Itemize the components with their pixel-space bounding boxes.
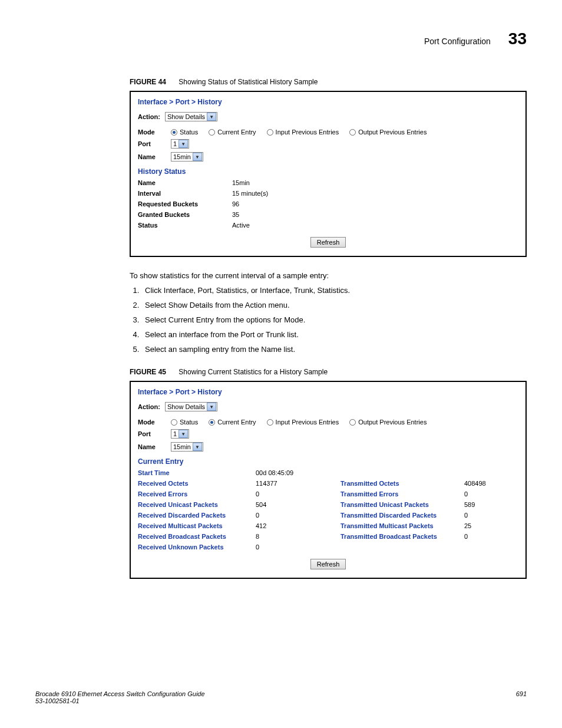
stat-left-key: Received Unicast Packets <box>138 501 256 508</box>
radio-icon <box>209 419 215 426</box>
stats-row: Received Discarded Packets 0 Transmitted… <box>138 512 518 519</box>
page: Port Configuration 33 FIGURE 44 Showing … <box>0 0 562 728</box>
step-4: Select an interface from the Port or Tru… <box>141 330 527 339</box>
name-dropdown-44[interactable]: 15min ▼ <box>171 152 203 162</box>
history-status-heading: History Status <box>138 167 518 176</box>
mode-current-entry-label-45: Current Entry <box>217 419 256 426</box>
mode-row-44: Mode Status Current Entry Input Previous… <box>138 129 518 136</box>
radio-icon <box>349 419 356 426</box>
stat-left-val: 0 <box>256 512 340 519</box>
kv-key: Name <box>138 179 232 186</box>
action-dropdown-44[interactable]: Show Details ▼ <box>165 112 217 121</box>
port-dropdown-44[interactable]: 1 ▼ <box>171 139 189 149</box>
stat-right-val: 25 <box>464 522 471 529</box>
kv-key: Interval <box>138 190 232 197</box>
kv-row: Status Active <box>138 222 518 229</box>
chevron-down-icon: ▼ <box>178 140 188 148</box>
kv-row: Name 15min <box>138 179 518 186</box>
figure-44-caption: Showing Status of Statistical History Sa… <box>178 78 318 86</box>
intro-text: To show statistics for the current inter… <box>130 271 527 280</box>
mode-output-prev-radio-45[interactable]: Output Previous Entries <box>349 419 427 426</box>
stat-right-key: Transmitted Multicast Packets <box>340 522 464 529</box>
steps-list: Click Interface, Port, Statistics, or In… <box>130 286 527 354</box>
mode-label-45: Mode <box>138 419 171 426</box>
mode-status-radio-45[interactable]: Status <box>171 419 198 426</box>
mode-radio-set-44: Status Current Entry Input Previous Entr… <box>171 129 427 136</box>
mode-status-label: Status <box>180 129 198 136</box>
name-row-44: Name 15min ▼ <box>138 152 518 162</box>
radio-icon <box>171 419 177 426</box>
breadcrumb-45: Interface > Port > History <box>138 388 518 396</box>
radio-icon <box>209 129 215 136</box>
stats-row: Received Octets 114377 Transmitted Octet… <box>138 480 518 487</box>
kv-row: Granted Buckets 35 <box>138 211 518 218</box>
refresh-button-45[interactable]: Refresh <box>310 559 346 569</box>
chevron-down-icon: ▼ <box>193 153 202 161</box>
header-chapter: 33 <box>508 29 527 48</box>
stat-left-key: Received Multicast Packets <box>138 522 256 529</box>
content-column: FIGURE 44 Showing Status of Statistical … <box>130 78 527 579</box>
mode-output-prev-label: Output Previous Entries <box>358 129 427 136</box>
kv-val: 96 <box>232 200 518 207</box>
mode-output-prev-radio[interactable]: Output Previous Entries <box>349 129 427 136</box>
port-value-44: 1 <box>173 140 177 147</box>
stat-left-key: Received Octets <box>138 480 256 487</box>
port-row-45: Port 1 ▼ <box>138 429 518 439</box>
stat-right-key: Transmitted Discarded Packets <box>340 512 464 519</box>
step-3: Select Current Entry from the options fo… <box>141 315 527 324</box>
refresh-wrap-44: Refresh <box>138 237 518 248</box>
radio-icon <box>267 419 273 426</box>
action-row-45: Action: Show Details ▼ <box>138 402 518 411</box>
stat-right-key: Transmitted Octets <box>340 480 464 487</box>
kv-key: Status <box>138 222 232 229</box>
kv-val: Active <box>232 222 518 229</box>
kv-val: 35 <box>232 211 518 218</box>
page-footer: Brocade 6910 Ethernet Access Switch Conf… <box>35 690 527 704</box>
name-dropdown-45[interactable]: 15min ▼ <box>171 442 203 452</box>
start-time-value: 00d 08:45:09 <box>256 469 340 476</box>
step-2: Select Show Details from the Action menu… <box>141 301 527 309</box>
action-label-45: Action: <box>138 403 160 410</box>
kv-row: Interval 15 minute(s) <box>138 190 518 197</box>
header-title: Port Configuration <box>424 37 491 46</box>
stat-left-val: 504 <box>256 501 340 508</box>
mode-input-prev-radio-45[interactable]: Input Previous Entries <box>267 419 339 426</box>
stat-right-key <box>340 543 464 551</box>
name-label-45: Name <box>138 443 171 450</box>
mode-current-entry-radio-45[interactable]: Current Entry <box>209 419 256 426</box>
mode-input-prev-radio[interactable]: Input Previous Entries <box>267 129 339 136</box>
stat-left-key: Received Broadcast Packets <box>138 533 256 540</box>
name-row-45: Name 15min ▼ <box>138 442 518 452</box>
chevron-down-icon: ▼ <box>178 430 188 438</box>
port-label-44: Port <box>138 140 171 147</box>
figure-45-caption-line: FIGURE 45 Showing Current Statistics for… <box>130 368 527 376</box>
radio-icon <box>349 129 356 136</box>
kv-key: Requested Buckets <box>138 200 232 207</box>
mode-row-45: Mode Status Current Entry Input Previous… <box>138 419 518 426</box>
stats-row: Received Errors 0 Transmitted Errors 0 <box>138 490 518 498</box>
radio-icon <box>267 129 273 136</box>
mode-current-entry-radio[interactable]: Current Entry <box>209 129 256 136</box>
stats-row: Received Unicast Packets 504 Transmitted… <box>138 501 518 508</box>
breadcrumb-44: Interface > Port > History <box>138 98 518 106</box>
action-dropdown-45[interactable]: Show Details ▼ <box>165 402 217 411</box>
stat-left-val: 114377 <box>256 480 340 487</box>
stat-right-val: 0 <box>464 512 468 519</box>
mode-input-prev-label: Input Previous Entries <box>276 129 339 136</box>
action-label-44: Action: <box>138 113 160 120</box>
start-time-label: Start Time <box>138 469 256 476</box>
port-dropdown-45[interactable]: 1 ▼ <box>171 429 189 439</box>
step-1: Click Interface, Port, Statistics, or In… <box>141 286 527 295</box>
current-entry-heading: Current Entry <box>138 457 518 466</box>
stat-left-val: 0 <box>256 543 340 551</box>
mode-radio-set-45: Status Current Entry Input Previous Entr… <box>171 419 427 426</box>
start-time-row: Start Time 00d 08:45:09 <box>138 469 518 476</box>
figure-44-screenshot: Interface > Port > History Action: Show … <box>130 91 527 257</box>
stat-right-val: 589 <box>464 501 475 508</box>
mode-status-label-45: Status <box>180 419 198 426</box>
kv-key: Granted Buckets <box>138 211 232 218</box>
chevron-down-icon: ▼ <box>207 113 216 121</box>
stat-left-key: Received Errors <box>138 490 256 498</box>
refresh-button-44[interactable]: Refresh <box>310 237 346 248</box>
mode-status-radio[interactable]: Status <box>171 129 198 136</box>
